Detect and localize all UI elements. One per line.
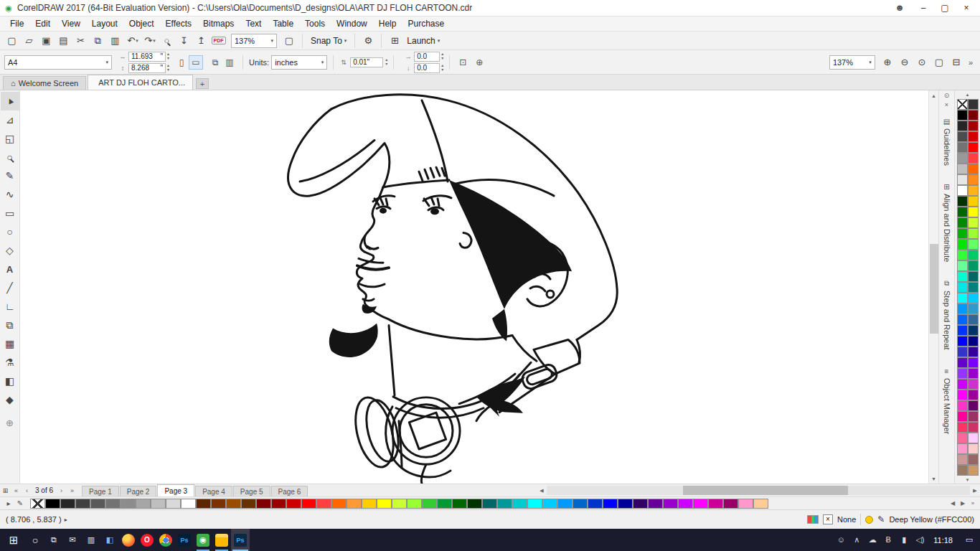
- color-swatch[interactable]: [968, 153, 979, 164]
- options-button[interactable]: ⚙: [360, 33, 376, 49]
- color-swatch[interactable]: [968, 142, 979, 153]
- start-button[interactable]: ⊞: [1, 529, 26, 551]
- scroll-right-arrow[interactable]: ▶: [970, 488, 980, 494]
- docker-tab-step-repeat[interactable]: ⧉ Step and Repeat: [943, 279, 951, 350]
- color-swatch[interactable]: [968, 99, 979, 110]
- page-tab-6[interactable]: Page 6: [271, 486, 308, 496]
- units-combo[interactable]: inches▾: [271, 55, 327, 70]
- color-swatch[interactable]: [968, 164, 979, 174]
- color-swatch[interactable]: [738, 499, 753, 509]
- add-tools-button[interactable]: ⊕: [1, 413, 19, 432]
- color-swatch[interactable]: [957, 260, 968, 271]
- color-swatch[interactable]: [151, 499, 166, 509]
- color-swatch[interactable]: [957, 390, 968, 400]
- palette-edit-icon[interactable]: ✎: [14, 499, 26, 507]
- drop-shadow-tool[interactable]: ⧉: [1, 316, 19, 334]
- redo-icon[interactable]: ↷▾: [142, 33, 158, 49]
- color-swatch[interactable]: [968, 357, 979, 368]
- artistic-media-tool[interactable]: ∿: [1, 185, 19, 204]
- color-swatch[interactable]: [588, 499, 603, 509]
- copy-icon[interactable]: ⧉: [90, 33, 106, 49]
- zoom-out-icon[interactable]: ⊖: [897, 55, 913, 70]
- color-swatch[interactable]: [422, 499, 437, 509]
- color-swatch[interactable]: [968, 110, 979, 121]
- color-swatch[interactable]: [968, 314, 979, 325]
- horizontal-scroll-thumb[interactable]: [683, 486, 848, 495]
- color-swatch[interactable]: [196, 499, 211, 509]
- color-swatch[interactable]: [166, 499, 181, 509]
- color-swatch[interactable]: [362, 499, 377, 509]
- color-swatch[interactable]: [957, 314, 968, 325]
- color-swatch[interactable]: [347, 499, 362, 509]
- color-swatch[interactable]: [957, 379, 968, 390]
- all-pages-button[interactable]: ⧉: [208, 55, 222, 70]
- page-tab-4[interactable]: Page 4: [195, 486, 232, 496]
- menu-item[interactable]: Effects: [160, 17, 197, 31]
- color-swatch[interactable]: [957, 465, 968, 476]
- nudge-distance-field[interactable]: 0.01": [350, 57, 383, 67]
- chrome-app-icon[interactable]: [156, 529, 175, 551]
- color-swatch[interactable]: [968, 239, 979, 250]
- snap-to-dropdown[interactable]: Snap To ▾: [308, 36, 349, 46]
- scroll-down-arrow[interactable]: ▼: [929, 474, 939, 484]
- color-swatch[interactable]: [957, 185, 968, 196]
- zoom-level-combo[interactable]: 137% ▾: [231, 34, 277, 48]
- menu-item[interactable]: File: [4, 17, 29, 31]
- color-swatch[interactable]: [573, 499, 588, 509]
- color-swatch[interactable]: [136, 499, 151, 509]
- coreldraw-app-icon[interactable]: ◉: [194, 529, 212, 551]
- text-tool[interactable]: A: [1, 260, 19, 278]
- photoshop-app-icon[interactable]: Ps: [175, 529, 194, 551]
- interactive-fill-tool[interactable]: ◧: [1, 372, 19, 390]
- status-expander-icon[interactable]: ▸: [65, 517, 67, 523]
- duplicate-x-field[interactable]: 0.0: [414, 52, 440, 62]
- color-swatch[interactable]: [121, 499, 136, 509]
- zoom-in-icon[interactable]: ⊕: [880, 55, 895, 70]
- new-document-icon[interactable]: ▢: [4, 33, 20, 49]
- palette-scroll-right[interactable]: ▶: [958, 500, 967, 507]
- color-swatch[interactable]: [968, 368, 979, 379]
- color-swatch[interactable]: [957, 153, 968, 164]
- zoom-page-icon[interactable]: ▢: [931, 55, 947, 70]
- quick-customize-button[interactable]: ⊕: [472, 55, 486, 70]
- toolbar-overflow-chevron[interactable]: »: [966, 58, 976, 67]
- color-swatch[interactable]: [957, 110, 968, 121]
- add-page-button[interactable]: ⊞: [0, 487, 11, 494]
- color-swatch[interactable]: [957, 357, 968, 368]
- transparency-tool[interactable]: ▦: [1, 334, 19, 353]
- tab-welcome-screen[interactable]: ⌂ Welcome Screen: [3, 76, 86, 90]
- color-swatch[interactable]: [678, 499, 693, 509]
- horizontal-scrollbar[interactable]: ◀ ▶: [537, 486, 980, 495]
- save-icon[interactable]: ▣: [39, 33, 55, 49]
- page-tab-2[interactable]: Page 2: [120, 486, 157, 496]
- color-swatch[interactable]: [968, 121, 979, 131]
- color-swatch[interactable]: [957, 164, 968, 174]
- color-swatch[interactable]: [437, 499, 452, 509]
- height-stepper[interactable]: ▴▾: [167, 64, 169, 72]
- fullscreen-preview-button[interactable]: ▢: [281, 33, 297, 49]
- color-swatch[interactable]: [957, 325, 968, 336]
- opera-app-icon[interactable]: O: [138, 529, 156, 551]
- color-swatch[interactable]: [377, 499, 392, 509]
- color-swatch[interactable]: [968, 347, 979, 357]
- color-swatch[interactable]: [968, 433, 979, 443]
- color-swatch[interactable]: [105, 499, 121, 509]
- color-swatch[interactable]: [957, 131, 968, 142]
- battery-icon[interactable]: ▮: [896, 535, 912, 545]
- color-swatch[interactable]: [957, 239, 968, 250]
- color-swatch[interactable]: [527, 499, 542, 509]
- docker-tab-align-distribute[interactable]: ⊞ Align and Distribute: [943, 183, 951, 262]
- open-icon[interactable]: ▱: [22, 33, 37, 49]
- color-swatch[interactable]: [542, 499, 557, 509]
- color-swatch[interactable]: [181, 499, 196, 509]
- color-swatch[interactable]: [968, 454, 979, 465]
- color-swatch[interactable]: [211, 499, 226, 509]
- color-swatch[interactable]: [968, 271, 979, 282]
- file-explorer-icon[interactable]: [212, 529, 231, 551]
- vertical-scrollbar[interactable]: ▲ ▼: [928, 90, 938, 484]
- color-swatch[interactable]: [957, 443, 968, 454]
- color-swatch[interactable]: [968, 131, 979, 142]
- color-swatch[interactable]: [241, 499, 256, 509]
- proof-colors-icon[interactable]: [807, 515, 819, 524]
- color-swatch[interactable]: [968, 207, 979, 217]
